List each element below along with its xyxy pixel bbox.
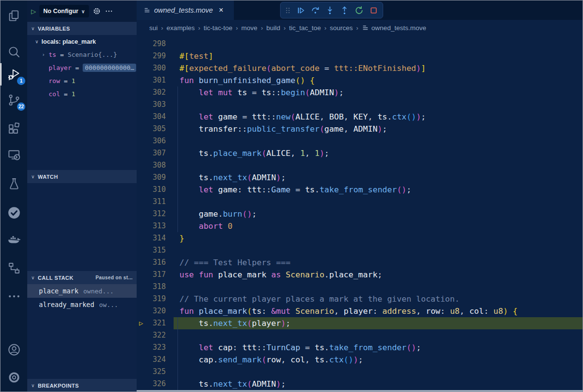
code-line[interactable]: 309 ts.next_tx(ADMIN);: [137, 171, 583, 184]
line-number[interactable]: 316: [137, 256, 166, 269]
variable-row[interactable]: row = 1: [27, 74, 137, 87]
line-number[interactable]: 318: [137, 281, 166, 293]
line-number[interactable]: 299: [137, 50, 166, 62]
breadcrumb-item[interactable]: move: [241, 24, 257, 32]
code-line[interactable]: 311: [137, 196, 583, 208]
code-line[interactable]: 326 ts.next_tx(ADMIN);: [137, 378, 583, 390]
docker-icon[interactable]: [6, 232, 22, 248]
line-number[interactable]: 303: [137, 99, 166, 111]
code-line[interactable]: 324 cap.send_mark(row, col, ts.ctx());: [137, 354, 583, 366]
test-check-icon[interactable]: [6, 205, 22, 221]
line-number[interactable]: 311: [137, 196, 166, 208]
line-number[interactable]: 319: [137, 293, 166, 305]
code-line[interactable]: 313 abort 0: [137, 220, 583, 232]
debug-config-dropdown[interactable]: No Configur ∨: [39, 5, 89, 17]
line-number[interactable]: 300: [137, 62, 166, 74]
line-number[interactable]: 301: [137, 74, 166, 86]
drag-handle-icon[interactable]: [283, 4, 292, 17]
line-number[interactable]: 309: [137, 171, 166, 184]
variables-scope[interactable]: ∨ locals: place_mark: [27, 35, 137, 48]
code-line[interactable]: 318: [137, 281, 583, 293]
code-line[interactable]: ▷321 ts.next_tx(player);: [137, 317, 583, 329]
code-line[interactable]: 315: [137, 244, 583, 256]
start-debug-icon[interactable]: ▷: [31, 8, 36, 15]
code-line[interactable]: 302 let mut ts = ts::begin(ADMIN);: [137, 86, 583, 99]
call-stack-frame[interactable]: already_markedow...: [27, 298, 137, 311]
line-number[interactable]: 308: [137, 159, 166, 171]
code-line[interactable]: 304 let game = ttt::new(ALICE, BOB, KEY,…: [137, 111, 583, 123]
breadcrumb-item[interactable]: tic_tac_toe: [289, 24, 321, 32]
more-icon[interactable]: [6, 288, 22, 305]
account-icon[interactable]: [6, 341, 22, 358]
line-number[interactable]: 315: [137, 244, 166, 256]
code-line[interactable]: 319// The current player places a mark a…: [137, 293, 583, 305]
code-line[interactable]: 314}: [137, 232, 583, 244]
line-number[interactable]: 302: [137, 86, 166, 99]
variable-row[interactable]: player = 000000000000…: [27, 61, 137, 74]
line-number[interactable]: 320: [137, 305, 166, 317]
code-line[interactable]: 307 ts.place_mark(ALICE, 1, 1);: [137, 147, 583, 159]
breadcrumb-item[interactable]: sources: [330, 24, 353, 32]
line-number[interactable]: 317: [137, 269, 166, 281]
code-line[interactable]: 298: [137, 38, 583, 50]
line-number[interactable]: 306: [137, 135, 166, 147]
beaker-icon[interactable]: [6, 175, 22, 192]
code-line[interactable]: 310 let game: ttt::Game = ts.take_from_s…: [137, 184, 583, 196]
restart-icon[interactable]: [353, 4, 365, 17]
line-number[interactable]: 307: [137, 147, 166, 159]
code-line[interactable]: 308: [137, 159, 583, 171]
breadcrumb-item[interactable]: build: [266, 24, 281, 32]
code-line[interactable]: 317use fun place_mark as Scenario.place_…: [137, 269, 583, 281]
code-line[interactable]: 320fun place_mark(ts: &mut Scenario, pla…: [137, 305, 583, 317]
breadcrumb-item-file[interactable]: owned_tests.move: [371, 24, 426, 32]
continue-icon[interactable]: [294, 4, 307, 17]
chevron-right-icon[interactable]: ›: [42, 51, 49, 58]
line-number[interactable]: ▷321: [137, 317, 166, 329]
variable-row[interactable]: ›ts = Scenario{...}: [27, 48, 137, 61]
search-icon[interactable]: [6, 44, 22, 60]
files-icon[interactable]: [6, 8, 22, 24]
line-number[interactable]: 305: [137, 123, 166, 135]
line-number[interactable]: 323: [137, 341, 166, 354]
step-over-icon[interactable]: [309, 4, 321, 17]
variables-section-header[interactable]: ∨ VARIABLES: [27, 22, 137, 35]
line-number[interactable]: 325: [137, 366, 166, 378]
line-number[interactable]: 310: [137, 184, 166, 196]
code-line[interactable]: 300#[expected_failure(abort_code = ttt::…: [137, 62, 583, 74]
watch-section-header[interactable]: ∨ WATCH: [27, 170, 137, 183]
code-line[interactable]: 299#[test]: [137, 50, 583, 62]
code-line[interactable]: 306: [137, 135, 583, 147]
line-number[interactable]: 298: [137, 38, 166, 50]
close-icon[interactable]: ×: [219, 6, 223, 15]
code-line[interactable]: 316// === Test Helpers ===: [137, 256, 583, 269]
line-number[interactable]: 324: [137, 354, 166, 366]
extensions-icon[interactable]: [6, 120, 22, 136]
stop-icon[interactable]: [367, 4, 380, 17]
source-control-icon[interactable]: 22: [6, 92, 22, 108]
code-line[interactable]: 305 transfer::public_transfer(game, ADMI…: [137, 123, 583, 135]
line-number[interactable]: 326: [137, 378, 166, 390]
step-out-icon[interactable]: [338, 4, 351, 17]
breadcrumb-item[interactable]: tic-tac-toe: [204, 24, 232, 32]
variable-row[interactable]: col = 1: [27, 87, 137, 101]
code-line[interactable]: 301fun burn_unfinished_game() {: [137, 74, 583, 86]
hierarchy-icon[interactable]: [6, 260, 22, 276]
line-number[interactable]: 314: [137, 232, 166, 244]
line-number[interactable]: 322: [137, 329, 166, 341]
code-line[interactable]: 312 game.burn();: [137, 208, 583, 220]
gear-icon[interactable]: [92, 7, 101, 16]
code-line[interactable]: 325: [137, 366, 583, 378]
code-line[interactable]: 322: [137, 329, 583, 341]
call-stack-frame[interactable]: place_markowned...: [27, 284, 137, 298]
breadcrumb-item[interactable]: sui: [149, 24, 158, 32]
line-number[interactable]: 312: [137, 208, 166, 220]
line-number[interactable]: 313: [137, 220, 166, 232]
step-into-icon[interactable]: [323, 4, 336, 17]
call-stack-section-header[interactable]: ∨ CALL STACK Paused on st...: [27, 271, 137, 284]
code-editor[interactable]: 298299#[test]300#[expected_failure(abort…: [137, 35, 583, 392]
breakpoints-section-header[interactable]: ∨ BREAKPOINTS: [27, 379, 137, 392]
settings-icon[interactable]: [6, 369, 22, 386]
code-line[interactable]: 303: [137, 99, 583, 111]
debug-icon[interactable]: 1: [6, 66, 22, 83]
tab-owned-tests[interactable]: owned_tests.move ×: [137, 0, 234, 20]
